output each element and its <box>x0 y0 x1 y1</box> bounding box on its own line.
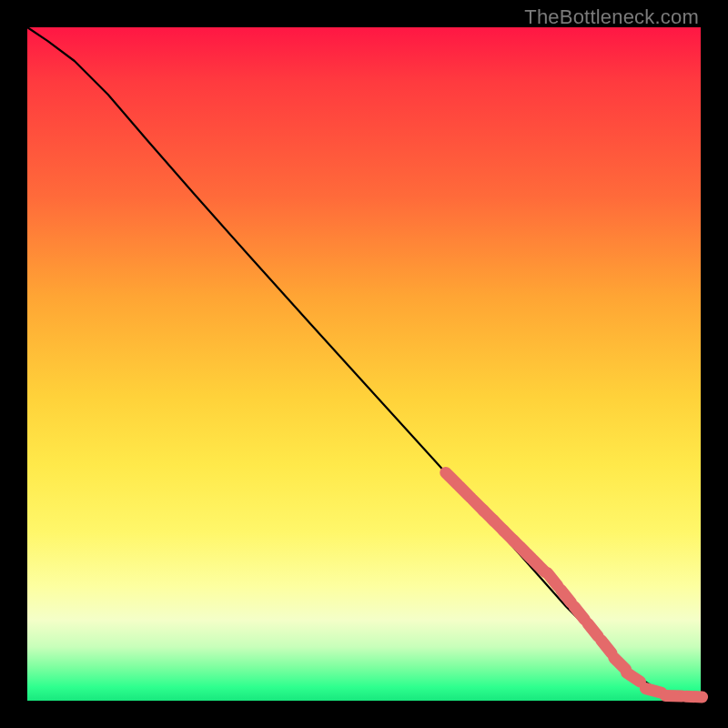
marker-point <box>548 573 558 586</box>
curve-line <box>27 27 701 697</box>
marker-point <box>686 696 703 697</box>
watermark-label: TheBottleneck.com <box>524 5 699 29</box>
marker-point <box>627 672 641 682</box>
marker-point <box>574 607 584 620</box>
plot-area <box>27 27 701 701</box>
marker-point <box>588 623 598 636</box>
marker-point <box>602 641 612 653</box>
marker-point <box>665 696 682 697</box>
marker-group <box>446 472 703 697</box>
marker-point <box>561 590 571 602</box>
chart-svg <box>27 27 701 701</box>
marker-point <box>646 689 662 693</box>
chart-frame: TheBottleneck.com <box>0 0 728 728</box>
